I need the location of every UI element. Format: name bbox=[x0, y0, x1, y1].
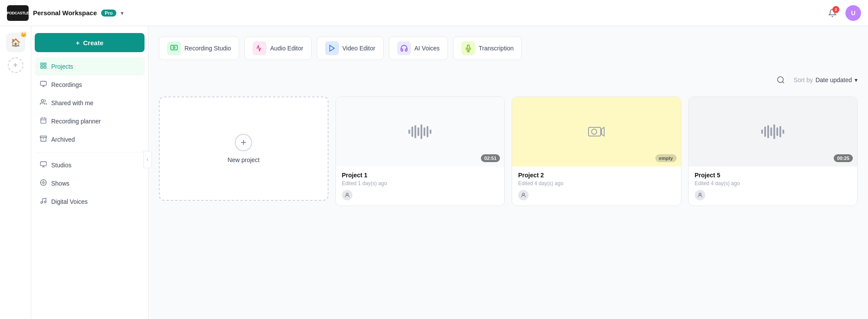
svg-rect-0 bbox=[41, 63, 43, 65]
svg-rect-39 bbox=[764, 126, 766, 137]
project-1-avatar bbox=[342, 190, 352, 200]
ai-voices-button[interactable]: AI Voices bbox=[389, 37, 448, 60]
new-project-label: New project bbox=[227, 156, 260, 163]
svg-rect-26 bbox=[411, 126, 413, 137]
svg-rect-40 bbox=[767, 125, 769, 138]
project-card-1[interactable]: 02:51 Project 1 Edited 1 day(s) ago bbox=[335, 96, 505, 206]
audio-editor-icon bbox=[253, 41, 266, 55]
project-1-info: Project 1 Edited 1 day(s) ago bbox=[336, 166, 505, 206]
studios-icon bbox=[40, 161, 47, 169]
rail-home-icon[interactable]: 👑 🏠 bbox=[6, 33, 25, 52]
projects-icon bbox=[40, 62, 47, 71]
svg-point-33 bbox=[346, 193, 348, 195]
project-5-thumb: 00:25 bbox=[689, 97, 858, 166]
sidebar-label-shows: Shows bbox=[51, 180, 69, 187]
svg-rect-19 bbox=[171, 45, 178, 50]
sidebar-item-studios[interactable]: Studios bbox=[35, 156, 145, 174]
avatar[interactable]: U bbox=[845, 5, 861, 21]
sort-value: Date updated bbox=[815, 76, 852, 83]
ai-voices-label: AI Voices bbox=[414, 45, 440, 52]
svg-rect-12 bbox=[40, 162, 46, 166]
recordings-icon bbox=[40, 80, 47, 89]
new-project-card[interactable]: + New project bbox=[159, 96, 329, 201]
project-1-duration: 02:51 bbox=[481, 154, 500, 162]
svg-rect-27 bbox=[414, 125, 416, 138]
project-card-2[interactable]: empty Project 2 Edited 4 day(s) ago bbox=[512, 96, 681, 206]
notification-count: 2 bbox=[832, 6, 839, 13]
svg-rect-29 bbox=[421, 124, 422, 139]
audio-editor-label: Audio Editor bbox=[270, 45, 303, 52]
workspace-name: Personal Workspace bbox=[33, 9, 97, 17]
new-project-plus-icon: + bbox=[235, 134, 252, 151]
workspace-dropdown-icon[interactable]: ▾ bbox=[121, 10, 124, 17]
svg-rect-2 bbox=[41, 66, 43, 68]
svg-rect-43 bbox=[776, 127, 778, 136]
project-1-date: Edited 1 day(s) ago bbox=[342, 180, 499, 186]
project-1-thumb: 02:51 bbox=[336, 97, 505, 166]
project-card-5[interactable]: 00:25 Project 5 Edited 4 day(s) ago bbox=[688, 96, 858, 206]
svg-rect-4 bbox=[40, 81, 46, 85]
topbar-right: 2 U bbox=[825, 5, 861, 21]
ai-voices-icon bbox=[397, 41, 411, 55]
sort-button[interactable]: Sort by Date updated ▾ bbox=[794, 76, 858, 83]
sidebar-label-planner: Recording planner bbox=[51, 118, 101, 125]
pro-badge: Pro bbox=[101, 10, 116, 17]
sort-row: Sort by Date updated ▾ bbox=[159, 72, 858, 88]
svg-rect-41 bbox=[770, 127, 772, 136]
planner-icon bbox=[40, 117, 47, 126]
project-2-name: Project 2 bbox=[518, 172, 675, 179]
sidebar-item-shows[interactable]: Shows bbox=[35, 174, 145, 193]
svg-point-24 bbox=[777, 77, 783, 83]
svg-point-20 bbox=[173, 47, 175, 49]
tools-bar: Recording Studio Audio Editor Video Edit… bbox=[159, 37, 858, 60]
sidebar-item-planner[interactable]: Recording planner bbox=[35, 112, 145, 130]
collapse-sidebar-button[interactable]: ‹ bbox=[143, 151, 152, 168]
audio-editor-button[interactable]: Audio Editor bbox=[244, 37, 311, 60]
transcription-label: Transcription bbox=[479, 45, 513, 52]
notifications-button[interactable]: 2 bbox=[825, 5, 840, 21]
recording-studio-label: Recording Studio bbox=[184, 45, 231, 52]
sidebar: + Create Projects Recordings bbox=[31, 26, 148, 319]
create-label: Create bbox=[83, 39, 104, 47]
project-2-info: Project 2 Edited 4 day(s) ago bbox=[512, 166, 681, 206]
sidebar-label-shared: Shared with me bbox=[51, 100, 93, 106]
svg-rect-32 bbox=[430, 130, 431, 134]
waveform-icon-2 bbox=[760, 123, 786, 140]
icon-rail: 👑 🏠 + bbox=[0, 26, 31, 319]
topbar: PODCASTLE Personal Workspace Pro ▾ 2 U bbox=[0, 0, 868, 26]
sort-by-label: Sort by bbox=[794, 76, 813, 83]
sidebar-item-archived[interactable]: Archived bbox=[35, 130, 145, 149]
project-2-date: Edited 4 day(s) ago bbox=[518, 180, 675, 186]
sidebar-item-projects[interactable]: Projects bbox=[35, 57, 145, 76]
svg-rect-1 bbox=[44, 63, 46, 65]
video-editor-button[interactable]: Video Editor bbox=[317, 37, 384, 60]
archived-icon bbox=[40, 135, 47, 144]
rail-add-button[interactable]: + bbox=[8, 57, 23, 73]
svg-rect-38 bbox=[761, 130, 763, 134]
svg-rect-34 bbox=[589, 127, 601, 136]
main-content: Recording Studio Audio Editor Video Edit… bbox=[148, 26, 868, 319]
sidebar-item-shared[interactable]: Shared with me bbox=[35, 94, 145, 112]
project-5-date: Edited 4 day(s) ago bbox=[695, 180, 852, 186]
sidebar-item-recordings[interactable]: Recordings bbox=[35, 76, 145, 94]
svg-rect-28 bbox=[418, 127, 419, 136]
search-button[interactable] bbox=[773, 72, 789, 88]
sidebar-label-recordings: Recordings bbox=[51, 81, 82, 88]
shared-icon bbox=[40, 99, 47, 107]
project-5-duration: 00:25 bbox=[834, 154, 853, 162]
nav-divider bbox=[35, 152, 145, 153]
create-button[interactable]: + Create bbox=[35, 33, 145, 52]
svg-rect-30 bbox=[424, 127, 425, 136]
project-5-info: Project 5 Edited 4 day(s) ago bbox=[689, 166, 858, 206]
waveform-icon bbox=[407, 123, 433, 140]
project-1-name: Project 1 bbox=[342, 172, 499, 179]
recording-studio-icon bbox=[167, 41, 181, 55]
logo: PODCASTLE bbox=[7, 5, 29, 21]
sort-chevron-icon: ▾ bbox=[855, 76, 858, 83]
transcription-button[interactable]: Transcription bbox=[453, 37, 522, 60]
recording-studio-button[interactable]: Recording Studio bbox=[159, 37, 239, 60]
svg-point-16 bbox=[43, 182, 44, 183]
projects-grid: + New project 02:51 Project 1 bbox=[159, 96, 858, 206]
svg-rect-31 bbox=[427, 126, 428, 137]
sidebar-item-voices[interactable]: Digital Voices bbox=[35, 193, 145, 211]
